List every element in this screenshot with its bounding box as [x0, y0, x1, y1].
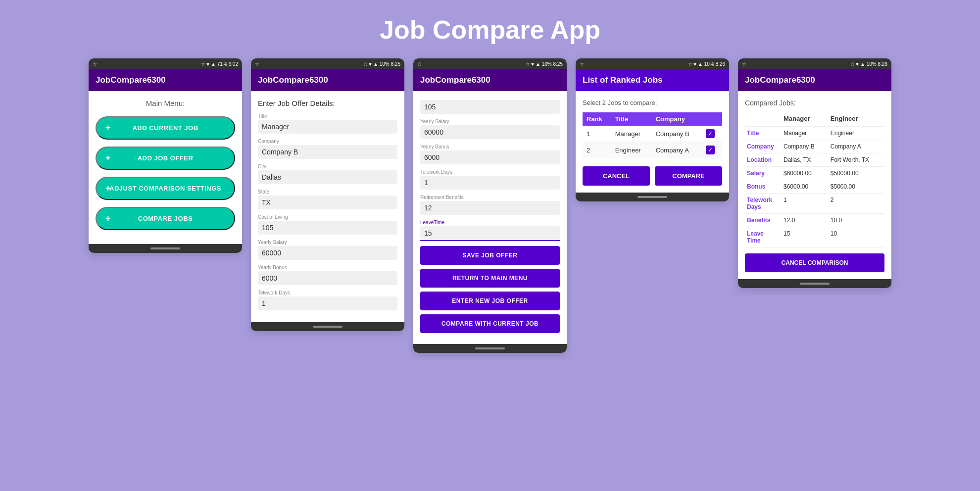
cancel-button[interactable]: CANCEL — [583, 166, 650, 186]
phone-3-body: Yearly Salary Yearly Bonus Telework Days… — [413, 91, 567, 344]
add-job-offer-label: ADD JOB OFFER — [138, 154, 194, 162]
title-input[interactable] — [258, 120, 397, 134]
phone-5-header: JobCompare6300 — [738, 69, 891, 91]
status-bar-5: ☆ ☆ ♥ ▲ 10% 8:26 — [738, 58, 891, 69]
phone-4-header: List of Ranked Jobs — [576, 69, 729, 91]
status-left-2: ☆ — [255, 61, 259, 67]
telework-3-input[interactable] — [420, 176, 560, 190]
retirement-input[interactable] — [420, 201, 560, 215]
salary-3-input[interactable] — [420, 125, 560, 139]
phone-5-footer — [738, 279, 891, 288]
footer-bar-4 — [637, 196, 667, 198]
status-text-5: ☆ ♥ ▲ 10% 8:26 — [850, 61, 887, 67]
add-current-job-label: ADD CURRENT JOB — [132, 124, 198, 132]
add-current-job-button[interactable]: + ADD CURRENT JOB — [96, 116, 235, 140]
plus-icon-2: + — [105, 153, 111, 163]
status-text-3: ☆ ♥ ▲ 10% 8:25 — [526, 61, 563, 67]
app-name-3: JobCompare6300 — [420, 75, 490, 85]
adjust-comparison-label: ADJUST COMPARISON SETTINGS — [109, 185, 221, 192]
field-telework-3: Telework Days — [420, 169, 560, 190]
return-main-menu-button[interactable]: RETURN TO MAIN MENU — [420, 269, 560, 288]
adjust-comparison-button[interactable]: + ADJUST COMPARISON SETTINGS — [96, 177, 235, 200]
phone-1: ☆ ☆ ♥ ▲ 71% 6:02 JobCompare6300 Main Men… — [89, 58, 242, 253]
compare-row-val2: Company A — [828, 140, 884, 153]
compare-jobs-label: COMPARE JOBS — [138, 215, 193, 222]
status-bar-2: ☆ ☆ ♥ ▲ 10% 8:25 — [251, 58, 404, 69]
enter-new-job-button[interactable]: ENTER NEW JOB OFFER — [420, 292, 560, 310]
add-job-offer-button[interactable]: + ADD JOB OFFER — [96, 147, 235, 170]
footer-bar-2 — [313, 326, 343, 328]
title-1: Manager — [611, 126, 652, 142]
ranked-subtitle: Select 2 Jobs to compare: — [583, 99, 722, 106]
compare-col2-header: Engineer — [828, 112, 884, 127]
footer-bar-5 — [800, 283, 830, 285]
ranked-btns: CANCEL COMPARE — [583, 158, 722, 186]
state-input[interactable] — [258, 196, 397, 209]
status-right-4: ☆ ♥ ▲ 10% 8:26 — [688, 61, 725, 67]
telework-input[interactable] — [258, 296, 397, 310]
check-2[interactable]: ✓ — [702, 142, 722, 158]
status-bar-4: ☆ ☆ ♥ ▲ 10% 8:26 — [576, 58, 729, 69]
compare-row-val1: 15 — [781, 227, 828, 247]
compare-row-label: Benefits — [745, 214, 781, 227]
city-input[interactable] — [258, 170, 397, 184]
cancel-comparison-button[interactable]: CANCEL COMPARISON — [745, 253, 884, 272]
status-icon-3: ☆ — [417, 61, 422, 67]
status-bar-1: ☆ ☆ ♥ ▲ 71% 6:02 — [89, 58, 242, 69]
rank-1: 1 — [583, 126, 611, 142]
status-icon-4: ☆ — [580, 61, 584, 67]
app-name-4: List of Ranked Jobs — [583, 75, 663, 85]
compare-row-val2: 10.0 — [828, 214, 884, 227]
company-1: Company B — [652, 126, 702, 142]
rank-table: Rank Title Company 1 Manager Company B ✓ — [583, 112, 722, 158]
save-job-offer-button[interactable]: SAVE JOB OFFER — [420, 246, 560, 265]
company-input[interactable] — [258, 145, 397, 159]
title-2: Engineer — [611, 142, 652, 158]
field-col: Cost of Living — [258, 214, 397, 235]
footer-bar-3 — [475, 347, 505, 349]
status-text-4: ☆ ♥ ▲ 10% 8:26 — [688, 61, 725, 67]
status-right-3: ☆ ♥ ▲ 10% 8:25 — [526, 61, 563, 67]
bonus-input[interactable] — [258, 271, 397, 285]
salary-input[interactable] — [258, 246, 397, 260]
checkbox-2[interactable]: ✓ — [706, 146, 715, 154]
footer-bar-1 — [150, 247, 180, 249]
compare-title: Compared Jobs: — [745, 99, 884, 107]
check-1[interactable]: ✓ — [702, 126, 722, 142]
leavetime-input[interactable] — [420, 226, 560, 241]
status-icon-2: ☆ — [255, 61, 259, 67]
bonus-3-input[interactable] — [420, 150, 560, 164]
checkbox-1[interactable]: ✓ — [706, 129, 715, 138]
field-col-continued — [420, 99, 560, 114]
col-input[interactable] — [258, 221, 397, 235]
compare-row: Company Company B Company A — [745, 140, 884, 153]
phone-2-body: Enter Job Offer Details: Title Company C… — [251, 91, 404, 322]
title-col-header: Title — [611, 112, 652, 126]
field-salary: Yearly Salary — [258, 240, 397, 260]
compare-button[interactable]: COMPARE — [655, 166, 722, 186]
main-menu-label: Main Menu: — [96, 99, 235, 107]
phone-1-body: Main Menu: + ADD CURRENT JOB + ADD JOB O… — [89, 91, 242, 244]
plus-icon-4: + — [105, 213, 111, 224]
plus-icon-1: + — [105, 123, 111, 133]
compare-row-val2: $5000.00 — [828, 180, 884, 194]
phone-4-footer — [576, 193, 729, 201]
compare-row: Title Manager Engineer — [745, 127, 884, 140]
col-continued-input[interactable] — [420, 100, 560, 114]
compare-row: Telework Days 1 2 — [745, 194, 884, 214]
field-title: Title — [258, 113, 397, 134]
check-col-header — [702, 112, 722, 126]
phone-1-header: JobCompare6300 — [89, 69, 242, 91]
phone-3-footer — [413, 344, 567, 353]
compare-row-val1: Manager — [781, 127, 828, 140]
compare-row-val2: $50000.00 — [828, 167, 884, 180]
phone-4-body: Select 2 Jobs to compare: Rank Title Com… — [576, 91, 729, 193]
compare-with-current-button[interactable]: COMPARE WITH CURRENT JOB — [420, 314, 560, 333]
compare-row-label: Leave Time — [745, 227, 781, 247]
field-leavetime: LeaveTime — [420, 220, 560, 241]
compare-with-current-label: COMPARE WITH CURRENT JOB — [441, 320, 539, 327]
compare-row-val1: $6000.00 — [781, 180, 828, 194]
compare-row-label: Title — [745, 127, 781, 140]
compare-jobs-button[interactable]: + COMPARE JOBS — [96, 207, 235, 230]
rank-row-1: 1 Manager Company B ✓ — [583, 126, 722, 142]
